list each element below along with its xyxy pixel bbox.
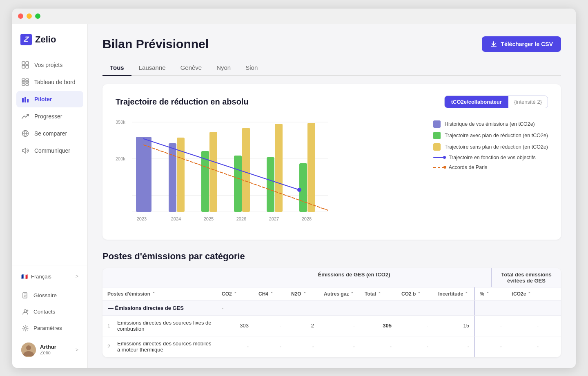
svg-text:2027: 2027 <box>269 216 279 221</box>
svg-rect-32 <box>242 128 250 212</box>
row-pct-1: - <box>474 316 507 336</box>
sidebar-bottom: 🇫🇷 Français > <box>12 265 87 288</box>
row-num-1: 1 <box>107 323 114 329</box>
svg-rect-9 <box>22 98 24 102</box>
svg-rect-19 <box>491 46 497 47</box>
legend-label-sans-plan: Trajectoire sans plan de réduction (en t… <box>445 144 548 150</box>
legend-label-reduction: Trajectoire avec plan de réduction (en t… <box>445 133 548 138</box>
svg-rect-3 <box>26 65 29 68</box>
close-button[interactable] <box>18 13 23 19</box>
svg-text:2024: 2024 <box>171 216 181 221</box>
svg-rect-11 <box>27 99 29 102</box>
toggle-intensite[interactable]: {intensité 2} <box>508 96 548 108</box>
svg-rect-31 <box>234 156 242 212</box>
svg-text:2028: 2028 <box>302 216 312 221</box>
sidebar-item-comparer[interactable]: Se comparer <box>16 125 83 142</box>
tab-lausanne[interactable]: Lausanne <box>131 60 173 76</box>
sort-icon-total[interactable]: ⌃ <box>378 291 381 296</box>
emissions-table: Émissions de GES (en tCO2) Total des émi… <box>102 268 561 357</box>
sort-icon-poste[interactable]: ⌃ <box>152 291 155 296</box>
svg-rect-5 <box>26 79 29 80</box>
sidebar-item-contacts[interactable]: Contacts <box>16 304 83 320</box>
svg-rect-10 <box>24 97 26 102</box>
chart-toggle: tCO2e/collaborateur {intensité 2} <box>444 96 548 108</box>
tabs: Tous Lausanne Genève Nyon Sion <box>102 60 561 76</box>
sort-icon-n2o[interactable]: ⌃ <box>303 291 306 296</box>
sort-icon-pct[interactable]: ⌃ <box>486 291 489 296</box>
tab-sion[interactable]: Sion <box>238 60 265 76</box>
svg-rect-0 <box>22 62 25 65</box>
legend-item-paris: Accords de Paris <box>433 165 548 170</box>
sort-icon-ch4[interactable]: ⌃ <box>270 291 273 296</box>
sort-icon-co2[interactable]: ⌃ <box>234 291 237 296</box>
sort-icon-autres[interactable]: ⌃ <box>350 291 354 296</box>
download-csv-button[interactable]: Télécharger le CSV <box>482 36 561 52</box>
sidebar-item-glossaire[interactable]: Glossaire <box>16 288 83 303</box>
col-group-ges: Émissions de GES (en tCO2) <box>217 268 491 287</box>
row-num-2: 2 <box>107 344 114 349</box>
tab-geneve[interactable]: Genève <box>173 60 209 76</box>
row-incertitude-1: 15 <box>433 316 474 336</box>
sidebar-label-comparer: Se comparer <box>34 130 67 137</box>
sidebar: Z Zelio Vos projets <box>12 24 88 368</box>
sidebar-item-piloter[interactable]: Piloter <box>16 91 83 107</box>
row-label-2: Emissions directes des sources mobiles à… <box>117 340 212 353</box>
svg-point-38 <box>297 188 301 192</box>
sidebar-item-progresser[interactable]: Progresser <box>16 108 83 125</box>
sort-icon-tco2e[interactable]: ⌃ <box>528 291 531 296</box>
sidebar-item-parametres[interactable]: Paramètres <box>16 320 83 336</box>
sidebar-label-communiquer: Communiquer <box>34 147 70 154</box>
legend-box-blue <box>433 120 441 128</box>
table-row: 1 Emissions directes des sources fixes d… <box>102 316 561 336</box>
nav-items: Vos projets Tableau de bord <box>12 57 87 262</box>
sort-icon-co2b[interactable]: ⌃ <box>417 291 421 296</box>
svg-rect-27 <box>169 143 176 212</box>
minimize-button[interactable] <box>27 13 32 19</box>
download-icon <box>490 40 497 48</box>
svg-point-16 <box>24 327 27 329</box>
section-directes: — Émissions directes de GES - <box>102 301 561 316</box>
row-pct-2: - <box>474 336 507 357</box>
download-label: Télécharger le CSV <box>501 41 553 47</box>
col-ch4: CH4 ⌃ <box>254 287 286 300</box>
svg-text:2023: 2023 <box>137 216 147 221</box>
sort-icon-incertitude[interactable]: ⌃ <box>465 291 468 296</box>
legend-item-objectifs: Trajectoire en fonction de vos objectifs <box>433 155 548 160</box>
row-ch4-2: - <box>254 336 286 357</box>
row-n2o-2: - <box>286 336 319 357</box>
svg-rect-28 <box>177 138 185 212</box>
col-tco2e: tCO2e ⌃ <box>507 287 543 300</box>
contacts-icon <box>21 308 29 316</box>
language-selector[interactable]: 🇫🇷 Français > <box>16 270 83 283</box>
chart-header: Trajectoire de réduction en absolu tCO2e… <box>116 96 548 108</box>
row-co2-1: 303 <box>217 316 254 336</box>
col-total: Total ⌃ <box>360 287 396 300</box>
emissions-section-title: Postes d'émissions par catégorie <box>102 251 561 262</box>
titlebar <box>12 9 576 24</box>
table-row: 2 Emissions directes des sources mobiles… <box>102 336 561 357</box>
row-incertitude-2: - <box>433 336 474 357</box>
user-sub: Zelio <box>40 350 71 356</box>
logo-text: Zelio <box>35 34 56 45</box>
logo-area: Z Zelio <box>12 34 87 57</box>
col-pct: % ⌃ <box>474 287 507 300</box>
tab-nyon[interactable]: Nyon <box>209 60 238 76</box>
sidebar-item-projets[interactable]: Vos projets <box>16 57 83 73</box>
user-name: Arthur <box>40 344 71 350</box>
maximize-button[interactable] <box>35 13 40 19</box>
sidebar-item-communiquer[interactable]: Communiquer <box>16 142 83 159</box>
sidebar-label-projets: Vos projets <box>34 62 62 68</box>
legend-label-historique: Historique de vos émissions (en tCO2e) <box>445 121 535 127</box>
speaker-icon <box>21 147 29 155</box>
svg-rect-30 <box>209 132 217 212</box>
dashboard-icon <box>21 78 29 86</box>
user-area[interactable]: Arthur Zelio > <box>16 338 83 361</box>
svg-point-15 <box>24 309 27 312</box>
toggle-tco2e[interactable]: tCO2e/collaborateur <box>445 96 508 108</box>
col-poste: Postes d'émission ⌃ <box>102 287 217 300</box>
table-group-headers: Émissions de GES (en tCO2) Total des émi… <box>102 268 561 287</box>
row-co2b-1: - <box>396 316 433 336</box>
sidebar-item-tableau[interactable]: Tableau de bord <box>16 74 83 90</box>
tab-tous[interactable]: Tous <box>102 60 131 76</box>
row-tco2e-2: - <box>507 336 543 357</box>
